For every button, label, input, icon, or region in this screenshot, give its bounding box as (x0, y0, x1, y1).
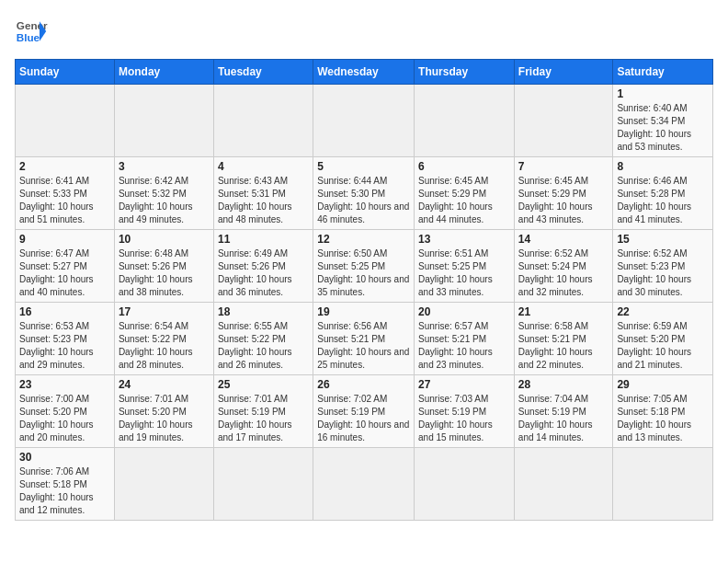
weekday-header-sunday: Sunday (16, 60, 115, 85)
calendar-cell-empty (114, 448, 213, 521)
calendar-cell: 17Sunrise: 6:54 AMSunset: 5:22 PMDayligh… (114, 303, 213, 375)
day-info: Sunrise: 6:57 AMSunset: 5:21 PMDaylight:… (418, 320, 510, 372)
weekday-header-row: SundayMondayTuesdayWednesdayThursdayFrid… (16, 60, 713, 85)
day-info: Sunrise: 6:47 AMSunset: 5:27 PMDaylight:… (19, 247, 110, 299)
day-number: 18 (218, 305, 309, 318)
calendar-cell: 10Sunrise: 6:48 AMSunset: 5:26 PMDayligh… (114, 230, 213, 303)
day-number: 27 (418, 378, 510, 391)
day-info: Sunrise: 6:52 AMSunset: 5:24 PMDaylight:… (518, 247, 609, 299)
day-info: Sunrise: 7:06 AMSunset: 5:18 PMDaylight:… (19, 465, 110, 517)
calendar-cell: 13Sunrise: 6:51 AMSunset: 5:25 PMDayligh… (415, 230, 515, 303)
calendar-cell: 14Sunrise: 6:52 AMSunset: 5:24 PMDayligh… (514, 230, 613, 303)
calendar-cell: 28Sunrise: 7:04 AMSunset: 5:19 PMDayligh… (514, 375, 613, 448)
calendar-row-1: 2Sunrise: 6:41 AMSunset: 5:33 PMDaylight… (16, 157, 713, 230)
weekday-header-monday: Monday (114, 60, 213, 85)
day-number: 15 (617, 233, 709, 246)
day-number: 7 (518, 160, 609, 173)
day-number: 28 (518, 378, 609, 391)
day-info: Sunrise: 7:02 AMSunset: 5:19 PMDaylight:… (317, 393, 410, 444)
calendar-cell: 5Sunrise: 6:44 AMSunset: 5:30 PMDaylight… (313, 157, 415, 230)
calendar: SundayMondayTuesdayWednesdayThursdayFrid… (15, 59, 713, 521)
calendar-cell: 3Sunrise: 6:42 AMSunset: 5:32 PMDaylight… (114, 157, 213, 230)
calendar-cell: 30Sunrise: 7:06 AMSunset: 5:18 PMDayligh… (16, 448, 115, 521)
calendar-cell: 29Sunrise: 7:05 AMSunset: 5:18 PMDayligh… (613, 375, 713, 448)
day-number: 25 (218, 378, 309, 391)
calendar-cell: 18Sunrise: 6:55 AMSunset: 5:22 PMDayligh… (213, 303, 313, 375)
day-number: 16 (19, 305, 110, 318)
calendar-cell-empty (213, 448, 313, 521)
day-number: 12 (317, 233, 410, 246)
day-number: 22 (617, 305, 709, 318)
calendar-cell: 8Sunrise: 6:46 AMSunset: 5:28 PMDaylight… (613, 157, 713, 230)
weekday-header-friday: Friday (514, 60, 613, 85)
day-number: 6 (418, 160, 510, 173)
calendar-cell: 16Sunrise: 6:53 AMSunset: 5:23 PMDayligh… (16, 303, 115, 375)
day-number: 9 (19, 233, 110, 246)
day-number: 19 (317, 305, 410, 318)
day-info: Sunrise: 6:49 AMSunset: 5:26 PMDaylight:… (218, 247, 309, 299)
weekday-header-tuesday: Tuesday (213, 60, 313, 85)
calendar-cell: 21Sunrise: 6:58 AMSunset: 5:21 PMDayligh… (514, 303, 613, 375)
day-info: Sunrise: 6:41 AMSunset: 5:33 PMDaylight:… (19, 175, 110, 226)
calendar-row-4: 23Sunrise: 7:00 AMSunset: 5:20 PMDayligh… (16, 375, 713, 448)
calendar-cell (313, 85, 415, 157)
day-number: 26 (317, 378, 410, 391)
day-number: 21 (518, 305, 609, 318)
day-number: 13 (418, 233, 510, 246)
day-number: 23 (19, 378, 110, 391)
calendar-cell: 15Sunrise: 6:52 AMSunset: 5:23 PMDayligh… (613, 230, 713, 303)
calendar-cell: 6Sunrise: 6:45 AMSunset: 5:29 PMDaylight… (415, 157, 515, 230)
weekday-header-saturday: Saturday (613, 60, 713, 85)
calendar-cell: 20Sunrise: 6:57 AMSunset: 5:21 PMDayligh… (415, 303, 515, 375)
logo-icon: General Blue (15, 15, 48, 48)
header: General Blue (15, 15, 713, 48)
day-info: Sunrise: 6:55 AMSunset: 5:22 PMDaylight:… (218, 320, 309, 372)
day-number: 29 (617, 378, 709, 391)
day-info: Sunrise: 6:59 AMSunset: 5:20 PMDaylight:… (617, 320, 709, 372)
calendar-cell: 26Sunrise: 7:02 AMSunset: 5:19 PMDayligh… (313, 375, 415, 448)
day-info: Sunrise: 6:54 AMSunset: 5:22 PMDaylight:… (119, 320, 210, 372)
day-info: Sunrise: 6:50 AMSunset: 5:25 PMDaylight:… (317, 247, 410, 299)
calendar-row-5: 30Sunrise: 7:06 AMSunset: 5:18 PMDayligh… (16, 448, 713, 521)
day-info: Sunrise: 6:42 AMSunset: 5:32 PMDaylight:… (119, 175, 210, 226)
calendar-cell: 1Sunrise: 6:40 AMSunset: 5:34 PMDaylight… (613, 85, 713, 157)
day-info: Sunrise: 7:04 AMSunset: 5:19 PMDaylight:… (518, 393, 609, 444)
svg-text:Blue: Blue (17, 31, 40, 43)
day-number: 14 (518, 233, 609, 246)
weekday-header-wednesday: Wednesday (313, 60, 415, 85)
logo: General Blue (15, 15, 48, 48)
calendar-cell: 7Sunrise: 6:45 AMSunset: 5:29 PMDaylight… (514, 157, 613, 230)
calendar-cell: 25Sunrise: 7:01 AMSunset: 5:19 PMDayligh… (213, 375, 313, 448)
day-info: Sunrise: 7:01 AMSunset: 5:19 PMDaylight:… (218, 393, 309, 444)
day-number: 30 (19, 451, 110, 464)
calendar-cell: 4Sunrise: 6:43 AMSunset: 5:31 PMDaylight… (213, 157, 313, 230)
calendar-row-2: 9Sunrise: 6:47 AMSunset: 5:27 PMDaylight… (16, 230, 713, 303)
calendar-cell: 11Sunrise: 6:49 AMSunset: 5:26 PMDayligh… (213, 230, 313, 303)
day-number: 3 (119, 160, 210, 173)
day-number: 4 (218, 160, 309, 173)
day-info: Sunrise: 6:40 AMSunset: 5:34 PMDaylight:… (617, 102, 709, 154)
day-info: Sunrise: 6:45 AMSunset: 5:29 PMDaylight:… (518, 175, 609, 226)
day-number: 5 (317, 160, 410, 173)
calendar-row-0: 1Sunrise: 6:40 AMSunset: 5:34 PMDaylight… (16, 85, 713, 157)
day-info: Sunrise: 6:44 AMSunset: 5:30 PMDaylight:… (317, 175, 410, 226)
calendar-cell: 12Sunrise: 6:50 AMSunset: 5:25 PMDayligh… (313, 230, 415, 303)
weekday-header-thursday: Thursday (415, 60, 515, 85)
day-number: 17 (119, 305, 210, 318)
day-number: 10 (119, 233, 210, 246)
calendar-row-3: 16Sunrise: 6:53 AMSunset: 5:23 PMDayligh… (16, 303, 713, 375)
calendar-cell: 9Sunrise: 6:47 AMSunset: 5:27 PMDaylight… (16, 230, 115, 303)
day-info: Sunrise: 6:58 AMSunset: 5:21 PMDaylight:… (518, 320, 609, 372)
day-number: 11 (218, 233, 309, 246)
day-number: 1 (617, 87, 709, 100)
day-info: Sunrise: 7:05 AMSunset: 5:18 PMDaylight:… (617, 393, 709, 444)
calendar-cell-empty (613, 448, 713, 521)
day-number: 8 (617, 160, 709, 173)
calendar-cell: 24Sunrise: 7:01 AMSunset: 5:20 PMDayligh… (114, 375, 213, 448)
calendar-cell: 2Sunrise: 6:41 AMSunset: 5:33 PMDaylight… (16, 157, 115, 230)
calendar-cell-empty (313, 448, 415, 521)
day-number: 20 (418, 305, 510, 318)
day-info: Sunrise: 7:00 AMSunset: 5:20 PMDaylight:… (19, 393, 110, 444)
calendar-cell (213, 85, 313, 157)
calendar-cell (16, 85, 115, 157)
